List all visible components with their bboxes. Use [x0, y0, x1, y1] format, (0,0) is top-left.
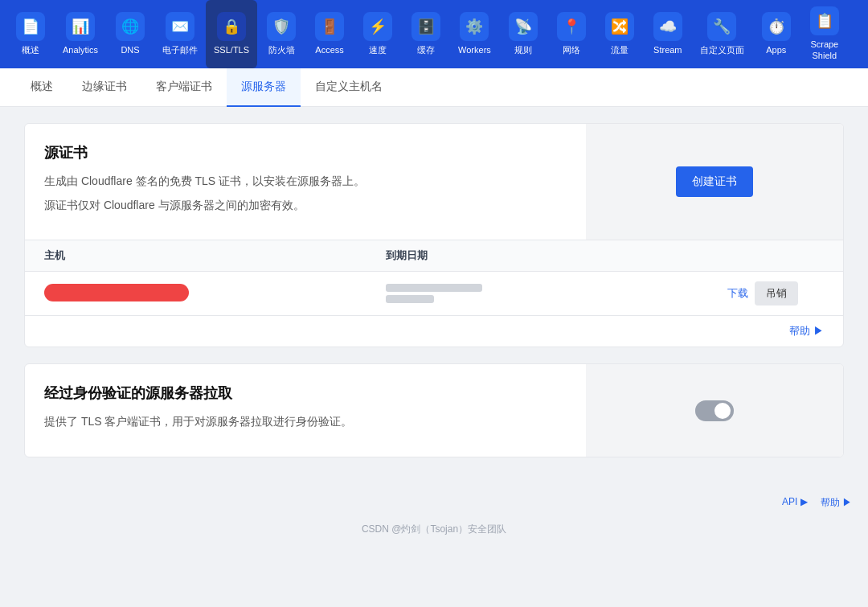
- access-icon: 🚪: [315, 12, 344, 41]
- nav-item-dns[interactable]: 🌐 DNS: [106, 0, 154, 68]
- authenticated-pull-title: 经过身份验证的源服务器拉取: [44, 383, 567, 403]
- revoke-button[interactable]: 吊销: [755, 281, 798, 306]
- nav-item-scrape-shield[interactable]: 📋 Scrape Shield: [800, 0, 849, 68]
- expiry-cell: [386, 284, 727, 303]
- rules-icon: 📡: [509, 12, 538, 41]
- analytics-icon: 📊: [66, 12, 95, 41]
- origin-cert-desc1: 生成由 Cloudflare 签名的免费 TLS 证书，以安装在源服务器上。: [44, 172, 567, 190]
- nav-label-overview: 概述: [22, 44, 39, 55]
- origin-cert-title: 源证书: [44, 143, 567, 162]
- help-row: 帮助 ▶: [25, 316, 843, 347]
- authenticated-pull-top: 经过身份验证的源服务器拉取 提供了 TLS 客户端证书，用于对源服务器拉取进行身…: [25, 364, 843, 456]
- authenticated-pull-toggle[interactable]: ✕: [695, 400, 734, 421]
- nav-item-network[interactable]: 📍 网络: [547, 0, 596, 68]
- email-icon: ✉️: [166, 12, 194, 41]
- top-navigation: 📄 概述 📊 Analytics 🌐 DNS ✉️ 电子邮件 🔒 SSL/TLS…: [0, 0, 868, 68]
- origin-cert-desc2: 源证书仅对 Cloudflare 与源服务器之间的加密有效。: [44, 196, 567, 214]
- subnav-client-cert[interactable]: 客户端证书: [141, 68, 227, 107]
- nav-item-email[interactable]: ✉️ 电子邮件: [154, 0, 206, 68]
- origin-cert-card: 源证书 生成由 Cloudflare 签名的免费 TLS 证书，以安装在源服务器…: [24, 123, 844, 348]
- nav-label-rules: 规则: [514, 44, 532, 55]
- nav-label-workers: Workers: [458, 44, 491, 55]
- nav-label-stream: Stream: [653, 44, 682, 55]
- nav-item-cache[interactable]: 🗄️ 缓存: [402, 0, 450, 68]
- nav-label-network: 网络: [563, 44, 580, 55]
- nav-label-apps: Apps: [766, 44, 786, 55]
- toggle-x-icon: ✕: [722, 405, 729, 416]
- download-button[interactable]: 下载: [727, 286, 748, 301]
- cache-icon: 🗄️: [411, 12, 440, 41]
- card-content: 源证书 生成由 Cloudflare 签名的免费 TLS 证书，以安装在源服务器…: [25, 124, 586, 240]
- card-action-section: 创建证书: [586, 124, 843, 240]
- expiry-blur-line-1: [386, 284, 482, 292]
- nav-item-rules[interactable]: 📡 规则: [499, 0, 547, 68]
- apps-icon: ⏱️: [762, 12, 791, 41]
- ssltls-icon: 🔒: [217, 12, 246, 41]
- subnav-origin-server[interactable]: 源服务器: [227, 68, 301, 107]
- subnav-custom-hostname[interactable]: 自定义主机名: [301, 68, 397, 107]
- footer-help-link[interactable]: 帮助 ▶: [821, 496, 852, 510]
- nav-label-cache: 缓存: [417, 44, 435, 55]
- nav-label-scrape-shield: Scrape Shield: [810, 39, 838, 62]
- subnav-edge-cert[interactable]: 边缘证书: [68, 68, 141, 107]
- nav-label-access: Access: [315, 44, 343, 55]
- col-host-header: 主机: [44, 248, 386, 263]
- network-icon: 📍: [557, 12, 586, 41]
- api-link[interactable]: API ▶: [782, 496, 808, 510]
- help-link[interactable]: 帮助 ▶: [789, 325, 824, 337]
- nav-item-traffic[interactable]: 🔀 流量: [596, 0, 644, 68]
- row-actions: 下载 吊销: [727, 281, 824, 306]
- workers-icon: ⚙️: [460, 12, 489, 41]
- page-footer: API ▶ 帮助 ▶: [0, 490, 868, 516]
- cert-table-row: 下载 吊销: [25, 272, 843, 316]
- nav-item-speed[interactable]: ⚡ 速度: [354, 0, 402, 68]
- traffic-icon: 🔀: [605, 12, 634, 41]
- create-cert-button[interactable]: 创建证书: [676, 166, 753, 197]
- host-pill: [44, 284, 189, 301]
- authenticated-pull-desc: 提供了 TLS 客户端证书，用于对源服务器拉取进行身份验证。: [44, 412, 567, 430]
- nav-label-email: 电子邮件: [162, 44, 198, 55]
- nav-label-analytics: Analytics: [63, 44, 98, 55]
- nav-item-analytics[interactable]: 📊 Analytics: [55, 0, 106, 68]
- nav-label-ssltls: SSL/TLS: [214, 44, 249, 55]
- overview-icon: 📄: [16, 12, 45, 41]
- speed-icon: ⚡: [363, 12, 392, 41]
- actions-cell: 下载 吊销: [727, 281, 824, 306]
- toggle-section: ✕: [586, 364, 843, 456]
- authenticated-pull-card: 经过身份验证的源服务器拉取 提供了 TLS 客户端证书，用于对源服务器拉取进行身…: [24, 363, 844, 457]
- custom-pages-icon: 🔧: [707, 12, 736, 41]
- nav-item-apps[interactable]: ⏱️ Apps: [752, 0, 800, 68]
- subnav-overview[interactable]: 概述: [16, 68, 68, 107]
- expiry-blurred: [386, 284, 727, 303]
- nav-item-ssltls[interactable]: 🔒 SSL/TLS: [206, 0, 257, 68]
- stream-icon: ☁️: [653, 12, 682, 41]
- nav-item-overview[interactable]: 📄 概述: [6, 0, 55, 68]
- nav-item-firewall[interactable]: 🛡️ 防火墙: [257, 0, 305, 68]
- main-content: 源证书 生成由 Cloudflare 签名的免费 TLS 证书，以安装在源服务器…: [8, 107, 860, 490]
- col-actions-header: [727, 248, 824, 263]
- dns-icon: 🌐: [116, 12, 145, 41]
- nav-item-access[interactable]: 🚪 Access: [305, 0, 354, 68]
- watermark-text: CSDN @灼剑（Tsojan）安全团队: [362, 523, 506, 535]
- firewall-icon: 🛡️: [267, 12, 296, 41]
- nav-label-traffic: 流量: [611, 44, 628, 55]
- watermark: CSDN @灼剑（Tsojan）安全团队: [0, 516, 868, 543]
- nav-label-dns: DNS: [121, 44, 139, 55]
- nav-item-custom-pages[interactable]: 🔧 自定义页面: [692, 0, 752, 68]
- nav-item-stream[interactable]: ☁️ Stream: [644, 0, 692, 68]
- nav-label-speed: 速度: [369, 44, 387, 55]
- expiry-blur-line-2: [386, 295, 434, 303]
- authenticated-pull-content: 经过身份验证的源服务器拉取 提供了 TLS 客户端证书，用于对源服务器拉取进行身…: [25, 364, 586, 456]
- col-expiry-header: 到期日期: [386, 248, 727, 263]
- scrape-shield-icon: 📋: [810, 6, 839, 35]
- nav-item-workers[interactable]: ⚙️ Workers: [450, 0, 499, 68]
- nav-label-custom-pages: 自定义页面: [700, 44, 744, 55]
- host-cell: [44, 284, 386, 304]
- nav-label-firewall: 防火墙: [268, 44, 295, 55]
- sub-navigation: 概述 边缘证书 客户端证书 源服务器 自定义主机名: [0, 68, 868, 107]
- card-top-section: 源证书 生成由 Cloudflare 签名的免费 TLS 证书，以安装在源服务器…: [25, 124, 843, 240]
- cert-table-header: 主机 到期日期: [25, 240, 843, 272]
